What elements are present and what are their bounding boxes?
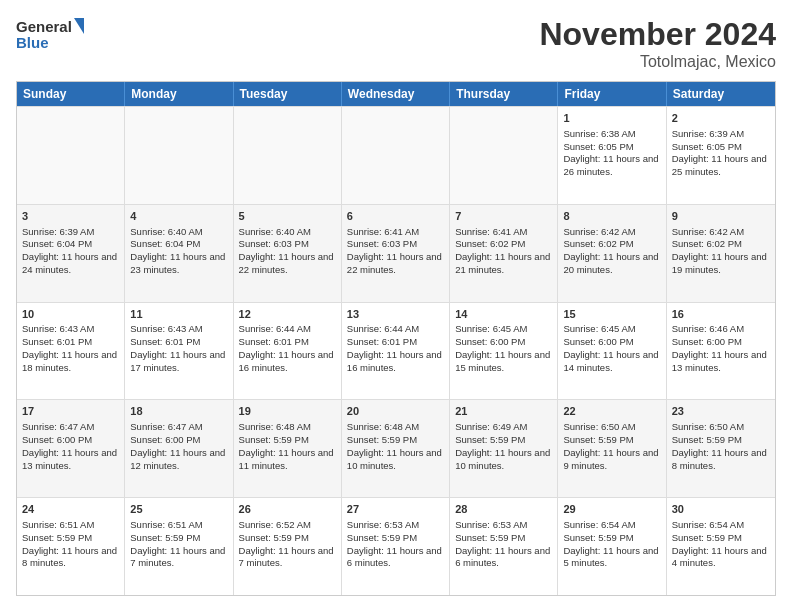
- day-info-12: Sunrise: 6:44 AM Sunset: 6:01 PM Dayligh…: [239, 323, 336, 374]
- day-number-10: 10: [22, 307, 119, 322]
- empty-cell-r0c2: [234, 107, 342, 204]
- day-info-25: Sunrise: 6:51 AM Sunset: 5:59 PM Dayligh…: [130, 519, 227, 570]
- day-number-20: 20: [347, 404, 444, 419]
- day-info-29: Sunrise: 6:54 AM Sunset: 5:59 PM Dayligh…: [563, 519, 660, 570]
- day-cell-2: 2Sunrise: 6:39 AM Sunset: 6:05 PM Daylig…: [667, 107, 775, 204]
- day-cell-14: 14Sunrise: 6:45 AM Sunset: 6:00 PM Dayli…: [450, 303, 558, 400]
- day-number-15: 15: [563, 307, 660, 322]
- day-number-7: 7: [455, 209, 552, 224]
- day-cell-12: 12Sunrise: 6:44 AM Sunset: 6:01 PM Dayli…: [234, 303, 342, 400]
- header-monday: Monday: [125, 82, 233, 106]
- month-title: November 2024: [539, 16, 776, 53]
- cal-row-3: 17Sunrise: 6:47 AM Sunset: 6:00 PM Dayli…: [17, 399, 775, 497]
- calendar: Sunday Monday Tuesday Wednesday Thursday…: [16, 81, 776, 596]
- day-info-21: Sunrise: 6:49 AM Sunset: 5:59 PM Dayligh…: [455, 421, 552, 472]
- day-number-25: 25: [130, 502, 227, 517]
- day-number-23: 23: [672, 404, 770, 419]
- cal-row-4: 24Sunrise: 6:51 AM Sunset: 5:59 PM Dayli…: [17, 497, 775, 595]
- cal-row-0: 1Sunrise: 6:38 AM Sunset: 6:05 PM Daylig…: [17, 106, 775, 204]
- day-number-1: 1: [563, 111, 660, 126]
- header: GeneralBlue November 2024 Totolmajac, Me…: [16, 16, 776, 71]
- day-info-5: Sunrise: 6:40 AM Sunset: 6:03 PM Dayligh…: [239, 226, 336, 277]
- svg-marker-2: [74, 18, 84, 34]
- header-wednesday: Wednesday: [342, 82, 450, 106]
- day-cell-1: 1Sunrise: 6:38 AM Sunset: 6:05 PM Daylig…: [558, 107, 666, 204]
- day-number-3: 3: [22, 209, 119, 224]
- day-cell-5: 5Sunrise: 6:40 AM Sunset: 6:03 PM Daylig…: [234, 205, 342, 302]
- day-cell-7: 7Sunrise: 6:41 AM Sunset: 6:02 PM Daylig…: [450, 205, 558, 302]
- day-info-23: Sunrise: 6:50 AM Sunset: 5:59 PM Dayligh…: [672, 421, 770, 472]
- day-info-18: Sunrise: 6:47 AM Sunset: 6:00 PM Dayligh…: [130, 421, 227, 472]
- day-number-28: 28: [455, 502, 552, 517]
- header-sunday: Sunday: [17, 82, 125, 106]
- day-info-30: Sunrise: 6:54 AM Sunset: 5:59 PM Dayligh…: [672, 519, 770, 570]
- day-number-21: 21: [455, 404, 552, 419]
- header-thursday: Thursday: [450, 82, 558, 106]
- day-cell-9: 9Sunrise: 6:42 AM Sunset: 6:02 PM Daylig…: [667, 205, 775, 302]
- day-cell-20: 20Sunrise: 6:48 AM Sunset: 5:59 PM Dayli…: [342, 400, 450, 497]
- day-number-16: 16: [672, 307, 770, 322]
- calendar-header: Sunday Monday Tuesday Wednesday Thursday…: [17, 82, 775, 106]
- day-number-11: 11: [130, 307, 227, 322]
- day-number-18: 18: [130, 404, 227, 419]
- day-number-27: 27: [347, 502, 444, 517]
- day-number-5: 5: [239, 209, 336, 224]
- header-tuesday: Tuesday: [234, 82, 342, 106]
- day-info-22: Sunrise: 6:50 AM Sunset: 5:59 PM Dayligh…: [563, 421, 660, 472]
- day-info-28: Sunrise: 6:53 AM Sunset: 5:59 PM Dayligh…: [455, 519, 552, 570]
- day-cell-15: 15Sunrise: 6:45 AM Sunset: 6:00 PM Dayli…: [558, 303, 666, 400]
- day-cell-29: 29Sunrise: 6:54 AM Sunset: 5:59 PM Dayli…: [558, 498, 666, 595]
- day-info-10: Sunrise: 6:43 AM Sunset: 6:01 PM Dayligh…: [22, 323, 119, 374]
- empty-cell-r0c1: [125, 107, 233, 204]
- day-number-24: 24: [22, 502, 119, 517]
- day-cell-11: 11Sunrise: 6:43 AM Sunset: 6:01 PM Dayli…: [125, 303, 233, 400]
- day-cell-21: 21Sunrise: 6:49 AM Sunset: 5:59 PM Dayli…: [450, 400, 558, 497]
- day-info-13: Sunrise: 6:44 AM Sunset: 6:01 PM Dayligh…: [347, 323, 444, 374]
- day-number-19: 19: [239, 404, 336, 419]
- day-cell-10: 10Sunrise: 6:43 AM Sunset: 6:01 PM Dayli…: [17, 303, 125, 400]
- day-info-20: Sunrise: 6:48 AM Sunset: 5:59 PM Dayligh…: [347, 421, 444, 472]
- day-info-27: Sunrise: 6:53 AM Sunset: 5:59 PM Dayligh…: [347, 519, 444, 570]
- day-info-14: Sunrise: 6:45 AM Sunset: 6:00 PM Dayligh…: [455, 323, 552, 374]
- day-cell-6: 6Sunrise: 6:41 AM Sunset: 6:03 PM Daylig…: [342, 205, 450, 302]
- day-cell-16: 16Sunrise: 6:46 AM Sunset: 6:00 PM Dayli…: [667, 303, 775, 400]
- day-cell-18: 18Sunrise: 6:47 AM Sunset: 6:00 PM Dayli…: [125, 400, 233, 497]
- day-info-17: Sunrise: 6:47 AM Sunset: 6:00 PM Dayligh…: [22, 421, 119, 472]
- day-info-2: Sunrise: 6:39 AM Sunset: 6:05 PM Dayligh…: [672, 128, 770, 179]
- day-cell-4: 4Sunrise: 6:40 AM Sunset: 6:04 PM Daylig…: [125, 205, 233, 302]
- day-cell-13: 13Sunrise: 6:44 AM Sunset: 6:01 PM Dayli…: [342, 303, 450, 400]
- day-info-26: Sunrise: 6:52 AM Sunset: 5:59 PM Dayligh…: [239, 519, 336, 570]
- day-number-4: 4: [130, 209, 227, 224]
- svg-text:Blue: Blue: [16, 34, 49, 51]
- day-number-22: 22: [563, 404, 660, 419]
- day-cell-19: 19Sunrise: 6:48 AM Sunset: 5:59 PM Dayli…: [234, 400, 342, 497]
- day-cell-8: 8Sunrise: 6:42 AM Sunset: 6:02 PM Daylig…: [558, 205, 666, 302]
- day-number-12: 12: [239, 307, 336, 322]
- header-friday: Friday: [558, 82, 666, 106]
- svg-text:General: General: [16, 18, 72, 35]
- cal-row-1: 3Sunrise: 6:39 AM Sunset: 6:04 PM Daylig…: [17, 204, 775, 302]
- day-info-7: Sunrise: 6:41 AM Sunset: 6:02 PM Dayligh…: [455, 226, 552, 277]
- day-info-11: Sunrise: 6:43 AM Sunset: 6:01 PM Dayligh…: [130, 323, 227, 374]
- day-number-17: 17: [22, 404, 119, 419]
- empty-cell-r0c3: [342, 107, 450, 204]
- day-number-2: 2: [672, 111, 770, 126]
- title-block: November 2024 Totolmajac, Mexico: [539, 16, 776, 71]
- day-cell-30: 30Sunrise: 6:54 AM Sunset: 5:59 PM Dayli…: [667, 498, 775, 595]
- day-number-30: 30: [672, 502, 770, 517]
- day-cell-3: 3Sunrise: 6:39 AM Sunset: 6:04 PM Daylig…: [17, 205, 125, 302]
- logo: GeneralBlue: [16, 16, 86, 52]
- day-cell-28: 28Sunrise: 6:53 AM Sunset: 5:59 PM Dayli…: [450, 498, 558, 595]
- day-cell-27: 27Sunrise: 6:53 AM Sunset: 5:59 PM Dayli…: [342, 498, 450, 595]
- day-info-15: Sunrise: 6:45 AM Sunset: 6:00 PM Dayligh…: [563, 323, 660, 374]
- header-saturday: Saturday: [667, 82, 775, 106]
- day-info-8: Sunrise: 6:42 AM Sunset: 6:02 PM Dayligh…: [563, 226, 660, 277]
- day-cell-25: 25Sunrise: 6:51 AM Sunset: 5:59 PM Dayli…: [125, 498, 233, 595]
- day-number-8: 8: [563, 209, 660, 224]
- day-info-16: Sunrise: 6:46 AM Sunset: 6:00 PM Dayligh…: [672, 323, 770, 374]
- day-info-4: Sunrise: 6:40 AM Sunset: 6:04 PM Dayligh…: [130, 226, 227, 277]
- calendar-body: 1Sunrise: 6:38 AM Sunset: 6:05 PM Daylig…: [17, 106, 775, 595]
- day-cell-24: 24Sunrise: 6:51 AM Sunset: 5:59 PM Dayli…: [17, 498, 125, 595]
- day-info-3: Sunrise: 6:39 AM Sunset: 6:04 PM Dayligh…: [22, 226, 119, 277]
- day-number-14: 14: [455, 307, 552, 322]
